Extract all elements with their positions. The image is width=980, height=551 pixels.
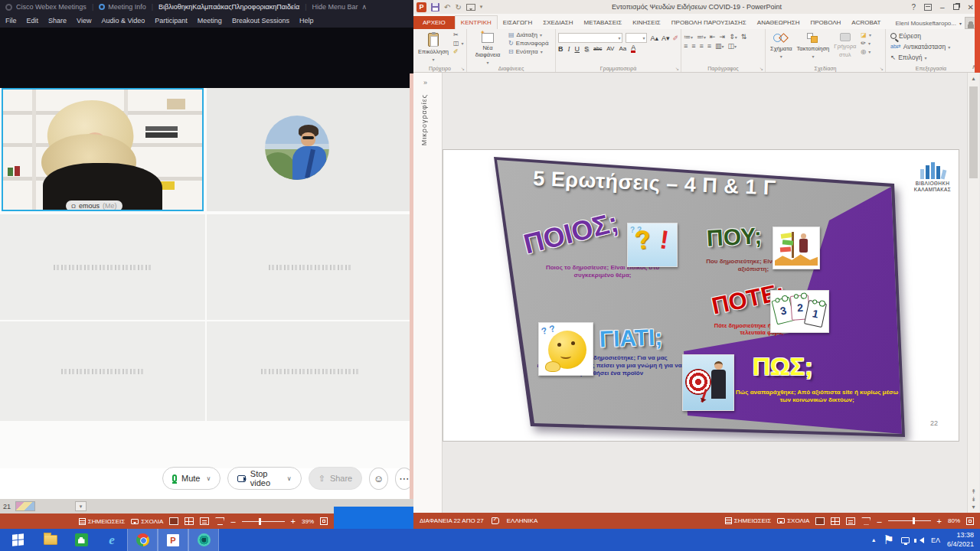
underline-button[interactable]: U	[575, 45, 580, 53]
reading-view-button[interactable]	[846, 517, 855, 525]
comments-button[interactable]: ΣΧΟΛΙΑ	[777, 517, 809, 524]
bold-button[interactable]: B	[558, 45, 564, 53]
menu-edit[interactable]: Edit	[27, 17, 39, 24]
menu-file[interactable]: File	[5, 17, 17, 24]
webex-taskbar-button[interactable]	[188, 529, 219, 551]
save-button[interactable]	[431, 3, 439, 11]
taskbar-clock[interactable]: 13:38 6/4/2021	[947, 531, 974, 549]
redo-button[interactable]: ↻	[455, 3, 461, 11]
align-center-button[interactable]: ≡	[691, 42, 695, 50]
spellcheck-icon[interactable]	[492, 517, 499, 524]
scroll-up-icon[interactable]: ▴	[968, 75, 979, 83]
text-shadow-button[interactable]: S	[584, 45, 589, 53]
video-tile-participant-2[interactable]	[207, 88, 413, 211]
share-button[interactable]: ⇧ Share	[309, 467, 363, 490]
chevron-down-icon[interactable]: ∨	[206, 475, 211, 482]
chevron-up-icon[interactable]: ∧	[362, 3, 368, 11]
qat-customize-icon[interactable]: ▾	[480, 4, 483, 10]
line-spacing-button[interactable]: ⇕▾	[729, 33, 737, 41]
tab-review[interactable]: ΑΝΑΘΕΩΡΗΣΗ	[752, 16, 805, 29]
new-slide-button[interactable]: Νέα διαφάνεια ▾	[469, 31, 506, 67]
comments-button[interactable]: ΣΧΟΛΙΑ	[131, 518, 163, 525]
bullets-button[interactable]: ≔▾	[684, 33, 693, 41]
zoom-out-button[interactable]: –	[877, 517, 881, 525]
thumbnails-panel-collapsed[interactable]: » Μικρογραφίες	[413, 73, 443, 513]
scrollbar-thumb[interactable]	[969, 86, 978, 178]
slideshow-view-button[interactable]	[861, 517, 871, 525]
strikethrough-button[interactable]: abc	[593, 46, 602, 51]
video-tile-participant-3[interactable]	[0, 214, 205, 320]
smartart-convert-button[interactable]: ◫▾	[728, 42, 737, 50]
tab-home[interactable]: ΚΕΝΤΡΙΚΗ	[455, 15, 498, 29]
character-spacing-button[interactable]: AV	[606, 45, 614, 52]
zoom-slider[interactable]	[242, 521, 285, 522]
numbering-button[interactable]: ≕▾	[697, 33, 706, 41]
menu-audio-video[interactable]: Audio & Video	[101, 17, 145, 24]
zoom-level[interactable]: 39%	[302, 518, 314, 525]
dropdown-button[interactable]: ▾	[75, 501, 87, 511]
scroll-down-icon[interactable]: ▾	[968, 504, 979, 511]
menu-breakout-sessions[interactable]: Breakout Sessions	[232, 17, 289, 24]
store-button[interactable]	[66, 529, 96, 551]
tab-insert[interactable]: ΕΙΣΑΓΩΓΗ	[498, 16, 537, 29]
tab-design[interactable]: ΣΧΕΔΙΑΣΗ	[537, 16, 578, 29]
slide-thumbnail[interactable]	[15, 501, 35, 511]
video-tile-participant-5[interactable]	[0, 321, 205, 421]
font-name-combo[interactable]: ▾	[558, 33, 622, 43]
chrome-button[interactable]	[127, 529, 158, 551]
network-icon[interactable]	[901, 537, 910, 543]
menu-participant[interactable]: Participant	[155, 17, 188, 24]
reading-view-button[interactable]	[200, 517, 209, 525]
vertical-scrollbar[interactable]: ▴ ↟ ↡ ▾	[967, 73, 979, 513]
next-slide-button[interactable]: ↡	[968, 496, 979, 504]
paste-button[interactable]: Επικόλληση ▾	[416, 31, 451, 64]
italic-button[interactable]: I	[568, 45, 570, 53]
zoom-slider[interactable]	[888, 520, 931, 521]
powerpoint-app-icon[interactable]: P	[416, 2, 426, 12]
tab-animations[interactable]: ΚΙΝΗΣΕΙΣ	[627, 16, 666, 29]
dialog-launcher-icon[interactable]: ↘	[760, 66, 763, 71]
shape-fill-button[interactable]: ◪▾	[861, 31, 871, 38]
slideshow-view-button[interactable]	[215, 517, 224, 525]
copy-button[interactable]: ◫▾	[453, 40, 464, 47]
tab-acrobat[interactable]: ACROBAT	[846, 16, 886, 29]
video-tile-self[interactable]: Ω emous (Me)	[2, 88, 204, 211]
internet-explorer-button[interactable]: e	[96, 529, 127, 551]
align-left-button[interactable]: ≡	[684, 42, 688, 50]
slide-canvas[interactable]: 5 Ερωτήσεις – 4 Π & 1 Γ ΒΙΒΛΙΟΘΗΚΗ ΚΑΛΑΜ…	[443, 149, 959, 442]
tab-transitions[interactable]: ΜΕΤΑΒΑΣΕΙΣ	[578, 16, 627, 29]
account-menu[interactable]: Eleni Mouskeftaropo... ▾	[895, 17, 980, 29]
hide-menu-bar-button[interactable]: Hide Menu Bar	[312, 3, 358, 11]
normal-view-button[interactable]	[815, 517, 825, 525]
meeting-info-button[interactable]: Meeting Info	[108, 3, 146, 11]
stop-video-button[interactable]: Stop video ∨	[227, 467, 301, 490]
tray-expand-icon[interactable]: ▲	[871, 537, 877, 543]
decrease-font-button[interactable]: A▾	[662, 34, 670, 42]
video-tile-participant-6[interactable]	[207, 321, 413, 421]
slide-sorter-view-button[interactable]	[831, 517, 840, 525]
help-button[interactable]: ?	[911, 3, 916, 11]
restore-button[interactable]	[953, 4, 959, 10]
minimize-button[interactable]: –	[940, 3, 945, 11]
zoom-out-button[interactable]: –	[230, 517, 235, 525]
slide-sorter-view-button[interactable]	[185, 517, 194, 525]
text-direction-button[interactable]: ⇅	[741, 33, 747, 41]
zoom-slider-thumb[interactable]	[913, 517, 915, 524]
powerpoint-taskbar-button[interactable]: P	[158, 529, 188, 551]
font-color-button[interactable]: A	[631, 44, 635, 53]
chevron-down-icon[interactable]: ∨	[287, 475, 292, 482]
dialog-launcher-icon[interactable]: ↘	[461, 66, 465, 71]
fit-to-window-icon[interactable]	[966, 517, 974, 525]
fit-to-window-icon[interactable]	[320, 517, 328, 525]
font-size-combo[interactable]: ▾	[626, 33, 647, 43]
columns-button[interactable]: ▥▾	[715, 42, 724, 50]
dialog-launcher-icon[interactable]: ↘	[675, 66, 679, 71]
normal-view-button[interactable]	[169, 517, 178, 525]
start-button[interactable]	[0, 529, 35, 551]
align-right-button[interactable]: ≡	[700, 42, 704, 50]
layout-button[interactable]: ▤Διάταξη▾	[508, 31, 549, 38]
notes-button[interactable]: ΣΗΜΕΙΩΣΕΙΣ	[725, 517, 771, 524]
flag-icon[interactable]: ⚑	[884, 533, 894, 547]
select-button[interactable]: ↖Επιλογή▾	[890, 54, 974, 61]
zoom-slider-thumb[interactable]	[259, 518, 261, 525]
